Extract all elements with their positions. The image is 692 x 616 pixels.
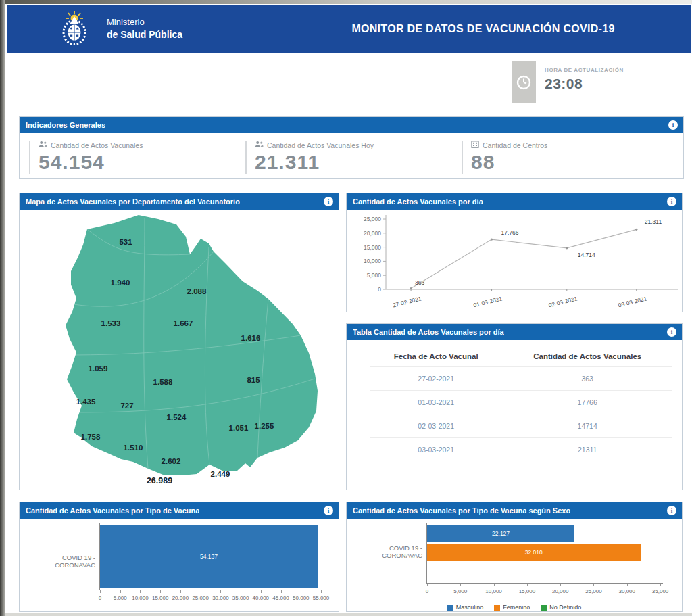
x-axis-tick (160, 590, 161, 593)
uruguay-map: 5311.9402.0881.5331.6671.6161.0591.58881… (20, 210, 339, 490)
panel-table-header: Tabla Cantidad de Actos Vacunales por dí… (347, 324, 682, 340)
map-value-label: 1.940 (111, 279, 130, 287)
map-value-label: 1.435 (76, 398, 96, 406)
legend-item-masculino: Masculino (447, 604, 484, 611)
table-column-header: Fecha de Acto Vacunal (370, 344, 502, 367)
kpi-label: Cantidad de Centros (483, 141, 547, 149)
ministry-coat-of-arms-logo (57, 10, 92, 48)
panel-by-vaccine-header: Cantidad de Actos Vacunales por Tipo de … (20, 502, 339, 519)
update-time-value: 23:08 (545, 76, 624, 92)
panel-map-by-department: Mapa de Actos Vacunales por Departamento… (19, 193, 339, 490)
info-icon[interactable]: i (668, 120, 678, 130)
map-value-label: 1.510 (124, 444, 143, 452)
panel-daily-table: Tabla Cantidad de Actos Vacunales por dí… (346, 323, 683, 490)
people-icon (255, 141, 264, 149)
kpi-stat: Cantidad de Actos Vacunales Hoy21.311 (245, 141, 462, 174)
value-bar-masculino: 22.127 (427, 525, 574, 542)
info-icon[interactable]: i (667, 197, 676, 206)
screen-edge-bottom (0, 613, 692, 616)
table-column-header: Cantidad de Actos Vacunales (502, 344, 672, 367)
legend-item-femenino: Femenino (494, 604, 530, 611)
x-axis-tick (201, 590, 201, 593)
daily-line-svg: 05,00010,00015,00020,00025,00036327-02-2… (347, 210, 682, 312)
x-axis-tick-label: 25,000 (585, 588, 601, 594)
update-time-label: HORA DE ACTUALIZACIÓN (545, 67, 624, 73)
update-time-card: HORA DE ACTUALIZACIÓN 23:08 (512, 61, 686, 105)
ministry-line1: Ministerio (107, 17, 182, 28)
x-axis-tick-label: 5,000 (453, 588, 467, 594)
dashboard-page: Ministerio de Salud Pública MONITOR DE D… (0, 0, 692, 616)
y-axis-tick-label: 5,000 (367, 272, 382, 279)
table-cell: 21311 (502, 438, 672, 462)
x-axis-tick-label: 40,000 (253, 595, 269, 601)
x-axis-tick-label: 35,000 (232, 595, 249, 601)
panel-title: Cantidad de Actos Vacunales por día (353, 197, 483, 206)
map-value-label: 2.449 (211, 470, 230, 478)
panel-title: Cantidad de Actos Vacunales por Tipo de … (26, 506, 199, 515)
info-icon[interactable]: i (324, 506, 333, 515)
x-axis-tick-label: 15,000 (152, 595, 168, 601)
info-icon[interactable]: i (667, 506, 676, 515)
kpi-stat: Cantidad de Actos Vacunales54.154 (29, 141, 245, 174)
x-axis-tick (140, 590, 141, 593)
map-value-label: 1.758 (81, 433, 101, 441)
bar-category-label: COVID 19 - CORONAVAC (352, 544, 422, 559)
x-axis-tick (180, 590, 181, 593)
kpi-label-row: Cantidad de Actos Vacunales Hoy (255, 141, 462, 149)
y-axis-tick-label: 15,000 (364, 244, 381, 251)
legend-item-no-definido: No Definido (541, 604, 581, 611)
table-row: 27-02-2021363 (370, 367, 672, 391)
kpi-value: 54.154 (39, 151, 245, 174)
x-axis-tick (593, 584, 594, 586)
x-axis-tick (281, 590, 282, 593)
x-axis-tick-label: 15,000 (519, 588, 535, 594)
vaccine-bar-chart: COVID 19 - CORONAVAC54.13705,00010,00015… (20, 519, 339, 611)
x-axis-tick (301, 590, 301, 593)
screen-edge-left (0, 0, 5, 616)
line-series (411, 229, 637, 288)
map-value-label: 1.616 (241, 334, 261, 342)
map-value-label: 26.989 (147, 476, 172, 485)
panel-daily-line-chart: Cantidad de Actos Vacunales por día i 05… (346, 193, 683, 312)
x-axis-tick (241, 590, 241, 593)
kpi-label: Cantidad de Actos Vacunales Hoy (267, 141, 374, 149)
panel-general-indicators: Indicadores Generales i Cantidad de Acto… (19, 116, 684, 179)
map-value-label: 1.051 (229, 424, 249, 432)
legend-swatch (541, 605, 547, 611)
y-axis-tick-label: 25,000 (364, 216, 381, 222)
panel-bar-by-sex: Cantidad de Actos Vacunales por Tipo de … (346, 502, 683, 612)
clock-icon (512, 61, 536, 103)
bar-value-label: 22.127 (492, 530, 510, 537)
x-axis-tick-label: 0 (426, 588, 428, 594)
panel-general-indicators-header: Indicadores Generales i (20, 117, 683, 133)
kpi-stat: Cantidad de Centros88 (462, 141, 678, 174)
panel-title: Tabla Cantidad de Actos Vacunales por dí… (353, 328, 504, 336)
data-point-label: 21.311 (645, 218, 662, 225)
legend-swatch (447, 605, 453, 611)
daily-acts-table: Fecha de Acto VacunalCantidad de Actos V… (370, 344, 672, 461)
kpi-value: 88 (471, 151, 678, 174)
table-cell: 02-03-2021 (370, 414, 502, 438)
kpi-stats-row: Cantidad de Actos Vacunales54.154Cantida… (20, 133, 683, 174)
sex-bar-chart: COVID 19 - CORONAVAC22.12732.01005,00010… (347, 519, 682, 611)
value-bar: 54.137 (100, 525, 318, 588)
map-value-label: 1.533 (101, 319, 121, 327)
x-axis-tick-label: 02-03-2021 (548, 295, 578, 308)
info-icon[interactable]: i (324, 197, 333, 206)
x-axis-tick-label: 35,000 (652, 588, 668, 594)
table-row: 03-03-202121311 (370, 438, 672, 462)
x-axis-tick-label: 27-02-2021 (392, 295, 422, 308)
table-cell: 363 (502, 367, 672, 391)
x-axis-tick-label: 30,000 (619, 588, 635, 594)
x-axis-tick-label: 10,000 (485, 588, 501, 594)
legend-label: No Definido (549, 604, 581, 611)
y-axis-tick-label: 20,000 (364, 230, 381, 237)
x-axis-tick-label: 5,000 (114, 595, 127, 601)
x-axis-tick (527, 584, 528, 586)
x-axis-tick-label: 03-03-2021 (618, 295, 648, 308)
kpi-label-row: Cantidad de Actos Vacunales (39, 141, 245, 149)
table-cell: 01-03-2021 (370, 391, 502, 414)
x-axis-tick (220, 590, 221, 593)
info-icon[interactable]: i (667, 327, 676, 337)
x-axis-tick-label: 45,000 (272, 595, 289, 601)
